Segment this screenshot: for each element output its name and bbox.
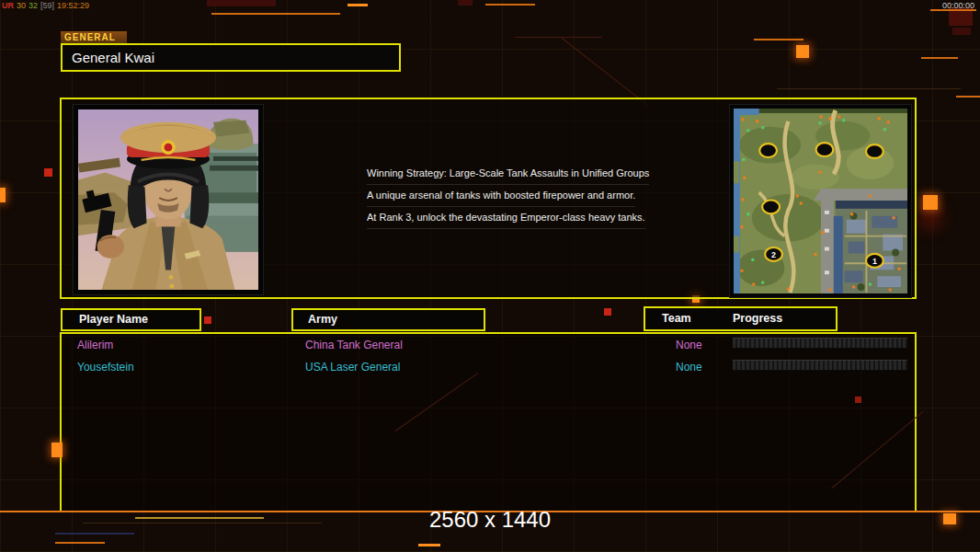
decor-line bbox=[956, 96, 980, 98]
decor-line bbox=[55, 533, 134, 535]
general-portrait-image bbox=[78, 109, 258, 290]
strategy-text-block: Winning Strategy: Large-Scale Tank Assau… bbox=[367, 167, 670, 234]
player-team[interactable]: None bbox=[676, 338, 702, 352]
header-progress: Progress bbox=[733, 308, 782, 329]
map-preview: 2 1 bbox=[729, 104, 912, 298]
resolution-label: 2560 x 1440 bbox=[0, 507, 980, 533]
player-army[interactable]: China Tank General bbox=[305, 338, 403, 352]
decor-red-square bbox=[604, 308, 611, 316]
decor-line bbox=[921, 57, 958, 59]
strategy-line: At Rank 3, unlock the devastating Empero… bbox=[367, 212, 645, 229]
player-name: Alilerim bbox=[77, 338, 113, 352]
map-start-marker-1: 1 bbox=[872, 257, 877, 266]
map-preview-image: 2 1 bbox=[734, 109, 907, 293]
decor-red-block bbox=[952, 28, 971, 35]
decor-line bbox=[754, 39, 803, 40]
decor-red-square bbox=[44, 168, 52, 177]
player-name: Yousefstein bbox=[77, 360, 134, 374]
stats-frame: 32 bbox=[28, 1, 38, 10]
strategy-line: A unique arsenal of tanks with boosted f… bbox=[367, 190, 635, 207]
decor-line bbox=[211, 13, 340, 15]
decor-line bbox=[418, 544, 440, 546]
stats-time: 19:52:29 bbox=[57, 1, 89, 10]
decor-red-square bbox=[204, 316, 211, 324]
player-row[interactable]: Yousefstein USA Laser General None bbox=[62, 360, 915, 380]
decor-red-block bbox=[207, 0, 276, 6]
header-army: Army bbox=[291, 308, 485, 331]
player-team[interactable]: None bbox=[676, 360, 702, 374]
decor-orange-square bbox=[51, 443, 63, 457]
debug-stats-readout: UR3032[59]19:52:29 bbox=[2, 1, 92, 10]
stats-prefix: UR bbox=[2, 1, 14, 10]
stats-bracket: [59] bbox=[40, 1, 54, 10]
general-name-field[interactable]: General Kwai bbox=[61, 43, 401, 72]
decor-diagonal bbox=[515, 37, 602, 38]
decor-line bbox=[55, 542, 105, 544]
decor-line bbox=[485, 4, 535, 6]
decor-diagonal bbox=[561, 37, 648, 106]
player-list-panel: Alilerim China Tank General None Yousefs… bbox=[60, 332, 917, 511]
decor-line bbox=[777, 88, 961, 89]
decor-red-square bbox=[855, 397, 861, 403]
player-progress-bar bbox=[733, 360, 907, 371]
lobby-screen: UR3032[59]19:52:29 00:00:00 GENERAL Gene… bbox=[0, 0, 980, 552]
header-player-name: Player Name bbox=[61, 308, 201, 331]
player-row[interactable]: Alilerim China Tank General None bbox=[62, 338, 915, 358]
header-team-progress: Team Progress bbox=[644, 306, 838, 331]
stats-fps: 30 bbox=[17, 1, 26, 10]
general-portrait bbox=[73, 104, 264, 295]
match-clock: 00:00:00 bbox=[942, 1, 974, 10]
decor-red-block bbox=[458, 0, 473, 6]
map-start-marker-2: 2 bbox=[771, 250, 776, 259]
player-army[interactable]: USA Laser General bbox=[305, 360, 400, 374]
general-tab-label: GENERAL bbox=[61, 31, 127, 44]
decor-orange-square bbox=[0, 188, 6, 202]
decor-line bbox=[348, 4, 368, 6]
decor-orange-square bbox=[796, 45, 809, 58]
header-team: Team bbox=[662, 308, 691, 329]
general-info-panel: Winning Strategy: Large-Scale Tank Assau… bbox=[60, 98, 917, 299]
decor-orange-square bbox=[923, 195, 938, 210]
strategy-line: Winning Strategy: Large-Scale Tank Assau… bbox=[367, 167, 649, 185]
player-progress-bar bbox=[733, 338, 907, 349]
